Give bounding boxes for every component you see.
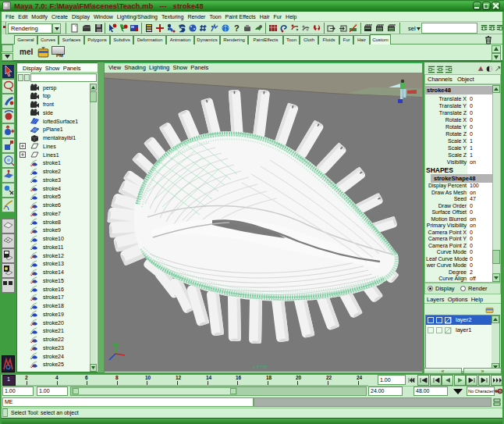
svg-text:e·5736: e·5736 — [253, 365, 268, 369]
svg-text:?: ? — [234, 23, 240, 33]
